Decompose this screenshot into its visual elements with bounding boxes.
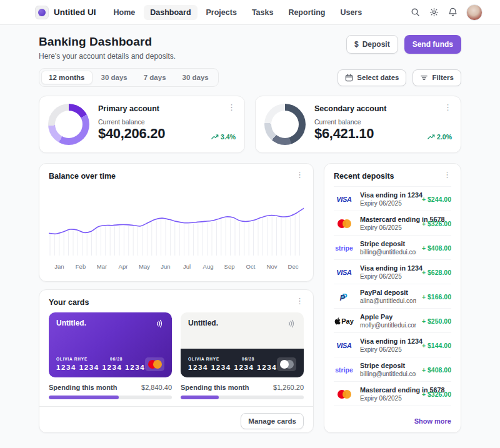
filters-button[interactable]: Filters [412, 69, 461, 86]
nav-item-home[interactable]: Home [108, 5, 142, 20]
brand-name: Untitled UI [54, 7, 96, 17]
primary-account-title: Primary account [98, 104, 228, 113]
card-brand: Untitled. [188, 319, 286, 327]
send-funds-button[interactable]: Send funds [404, 35, 461, 54]
range-30-days[interactable]: 30 days [94, 71, 135, 84]
show-more-link[interactable]: Show more [414, 417, 451, 425]
deposit-row[interactable]: stripe Stripe depositbilling@untitledui.… [334, 357, 451, 382]
recent-deposits-panel: Recent deposits ⋮ VISA Visa ending in 12… [324, 163, 461, 433]
spending-progress-fill [181, 396, 219, 399]
credit-card-primary[interactable]: Untitled. OLIVIA RHYE 06/28 123 [49, 312, 172, 377]
deposit-amount: + $326.00 [422, 391, 451, 398]
spending-amount: $1,260.20 [273, 384, 304, 391]
chart-x-axis-labels: JanFeb MarApr MayJun JulAug SepOct NovDe… [39, 262, 313, 270]
primary-account-menu-icon[interactable]: ⋮ [228, 104, 236, 111]
manage-cards-button[interactable]: Manage cards [241, 413, 304, 429]
mastercard-icon [334, 219, 354, 228]
recent-deposits-title: Recent deposits [334, 172, 443, 181]
your-cards-panel: Your cards ⋮ Untitled. [39, 289, 314, 433]
deposit-row[interactable]: PP PayPal depositalina@untitledui.com + … [334, 284, 451, 309]
visa-icon: VISA [334, 342, 354, 349]
deposit-amount: + $166.00 [422, 293, 451, 301]
select-dates-button[interactable]: Select dates [338, 69, 406, 86]
primary-account-balance: $40,206.20 [98, 126, 211, 142]
deposit-button[interactable]: $ Deposit [346, 35, 398, 54]
your-cards-title: Your cards [49, 298, 296, 307]
deposit-amount: + $628.00 [422, 269, 451, 276]
primary-account-card: Primary account ⋮ Current balance $40,20… [39, 96, 245, 153]
mastercard-icon [145, 357, 164, 371]
spending-primary: Spending this month $2,840.40 [49, 384, 172, 399]
nav-item-reporting[interactable]: Reporting [282, 5, 331, 20]
deposit-amount: + $244.00 [422, 196, 451, 203]
deposits-list: VISA Visa ending in 1234Expiry 06/2025 +… [324, 186, 461, 409]
card-number: 1234 1234 1234 1234 [188, 364, 277, 371]
settings-icon[interactable] [429, 7, 439, 17]
brand-logo [35, 6, 49, 19]
spending-label: Spending this month [49, 384, 117, 391]
trend-up-icon [211, 134, 219, 140]
balance-label: Current balance [314, 118, 452, 126]
deposit-row[interactable]: VISA Visa ending in 1234Expiry 06/2025 +… [334, 186, 451, 211]
primary-account-trend: 3.4% [211, 133, 236, 142]
mastercard-icon [334, 390, 354, 399]
nav-item-tasks[interactable]: Tasks [246, 5, 280, 20]
deposit-row[interactable]: VISA Visa ending in 1234Expiry 06/2025 +… [334, 260, 451, 284]
nav-links: Home Dashboard Projects Tasks Reporting … [108, 5, 411, 20]
nav-actions [410, 4, 482, 21]
credit-card-secondary[interactable]: Untitled. OLIVIA RHYE 06/28 123 [181, 312, 304, 377]
deposit-row[interactable]: Mastercard ending in 5678Expiry 06/2025 … [334, 382, 451, 406]
brand-logo-dot [38, 9, 46, 16]
card-expiry: 06/28 [242, 357, 254, 361]
search-icon[interactable] [410, 7, 420, 17]
primary-account-donut-chart [48, 104, 89, 145]
nav-item-users[interactable]: Users [334, 5, 368, 20]
balance-line-chart [49, 186, 304, 259]
card-brand: Untitled. [56, 319, 154, 327]
dollar-icon: $ [354, 40, 359, 49]
card-number: 1234 1234 1234 1234 [56, 364, 145, 371]
bell-icon[interactable] [448, 7, 458, 17]
nav-item-dashboard[interactable]: Dashboard [144, 5, 197, 20]
deposit-amount: + $250.00 [422, 317, 451, 325]
deposit-row[interactable]: stripe Stripe depositbilling@untitledui.… [334, 236, 451, 260]
spending-progress-fill [49, 396, 119, 399]
user-avatar[interactable] [466, 4, 482, 21]
date-range-segmented-control: 12 months 30 days 7 days 30 days [39, 68, 219, 87]
contactless-icon [286, 319, 296, 329]
mastercard-mono-icon [277, 357, 296, 371]
apple-pay-icon: Pay [334, 317, 354, 325]
page-header: Banking Dashboard Here's your account de… [39, 35, 461, 61]
secondary-account-card: Secondary account ⋮ Current balance $6,4… [255, 96, 461, 153]
page-title: Banking Dashboard [39, 35, 346, 49]
filter-lines-icon [420, 74, 428, 82]
range-30-days-2[interactable]: 30 days [175, 71, 216, 84]
filter-row: 12 months 30 days 7 days 30 days Select … [39, 68, 461, 87]
secondary-account-donut-chart [264, 104, 306, 145]
visa-icon: VISA [334, 269, 354, 276]
calendar-icon [345, 74, 353, 82]
secondary-account-balance: $6,421.10 [314, 126, 428, 142]
spending-secondary: Spending this month $1,260.20 [181, 384, 304, 399]
page-subtitle: Here's your account details and deposits… [39, 52, 346, 61]
range-7-days[interactable]: 7 days [136, 71, 174, 84]
secondary-account-menu-icon[interactable]: ⋮ [444, 104, 452, 111]
deposit-amount: + $326.00 [422, 220, 451, 227]
deposit-row[interactable]: VISA Visa ending in 1234Expiry 06/2025 +… [334, 333, 451, 357]
range-12-months[interactable]: 12 months [41, 71, 92, 84]
chart-menu-icon[interactable]: ⋮ [296, 172, 304, 178]
balance-over-time-panel: Balance over time ⋮ JanFeb MarApr MayJun… [39, 163, 314, 282]
nav-item-projects[interactable]: Projects [200, 5, 243, 20]
account-cards-row: Primary account ⋮ Current balance $40,20… [39, 96, 461, 153]
your-cards-menu-icon[interactable]: ⋮ [296, 298, 304, 304]
spending-label: Spending this month [181, 384, 249, 391]
deposit-amount: + $408.00 [422, 244, 451, 252]
spending-progress-track [181, 396, 304, 399]
deposit-amount: + $408.00 [422, 366, 451, 374]
trend-up-icon [428, 134, 435, 140]
deposit-row[interactable]: Mastercard ending in 5678Expiry 06/2025 … [334, 211, 451, 236]
recent-deposits-menu-icon[interactable]: ⋮ [443, 172, 451, 178]
contactless-icon [154, 319, 164, 329]
secondary-account-trend: 2.0% [428, 133, 452, 142]
deposit-row[interactable]: Pay Apple Paymolly@untitledui.com + $250… [334, 309, 451, 333]
